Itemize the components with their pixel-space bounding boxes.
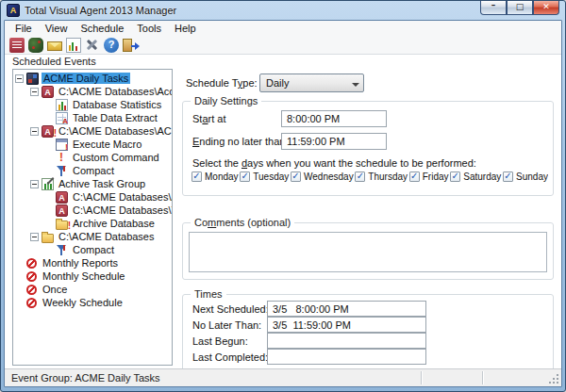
day-checkbox-thursday[interactable]: Thursday — [355, 172, 408, 182]
tree-item-monthly-reports[interactable]: Monthly Reports — [13, 256, 172, 270]
tree-item-label: ACME Daily Tasks — [42, 73, 130, 84]
tree-item-folder[interactable]: C:\ACME Databases — [13, 230, 172, 243]
checkbox-checked-icon[interactable] — [191, 172, 202, 182]
comments-legend: Comments (optional) — [191, 217, 294, 228]
tree-expander[interactable] — [30, 88, 39, 96]
start-at-input[interactable] — [281, 110, 387, 127]
resize-grip[interactable] — [549, 374, 558, 384]
minimize-button[interactable]: – — [480, 1, 507, 15]
comments-input[interactable] — [189, 232, 547, 272]
tree-expander[interactable] — [15, 74, 24, 83]
tree-item-label: C:\ACME Databases — [57, 231, 156, 242]
day-checkbox-tuesday[interactable]: Tuesday — [240, 172, 289, 182]
access-database-icon — [42, 86, 54, 98]
tree-item-database[interactable]: C:\ACME Databases\Account — [13, 85, 172, 98]
statistics-icon[interactable] — [66, 38, 81, 53]
tree-item-label: Once — [41, 284, 69, 295]
next-scheduled-label: Next Scheduled: — [192, 303, 269, 315]
tree-item-custom-command[interactable]: Custom Command — [13, 151, 172, 164]
status-panel-divider — [482, 371, 483, 384]
last-completed-value — [267, 349, 426, 365]
label-text: Schedule T — [186, 77, 238, 89]
checkbox-checked-icon[interactable] — [291, 172, 301, 182]
tree-item-database[interactable]: C:\ACME Databases\Time — [13, 204, 172, 217]
day-checkbox-sunday[interactable]: Sunday — [503, 172, 548, 182]
tree-expander[interactable] — [30, 127, 39, 136]
menu-schedule[interactable]: Schedule — [74, 22, 130, 35]
checkbox-checked-icon[interactable] — [240, 172, 250, 182]
start-at-label: Start at — [192, 113, 225, 124]
tools-icon[interactable] — [85, 38, 100, 53]
times-legend: Times — [191, 288, 226, 300]
event-groups-icon[interactable] — [28, 38, 43, 53]
archive-task-group-icon — [42, 178, 54, 190]
tree-item-label: Execute Macro — [71, 139, 143, 150]
exclamation-icon — [56, 152, 68, 164]
titlebar[interactable]: Total Visual Agent 2013 Manager – □ ✕ — [1, 1, 565, 20]
scheduled-events-tree[interactable]: ACME Daily Tasks C:\ACME Databases\Accou… — [12, 69, 173, 366]
days-checkbox-row: Monday Tuesday Wednesday Thursday Friday… — [191, 172, 548, 182]
menu-bar: File View Schedule Tools Help — [5, 21, 561, 36]
access-database-alert-icon — [42, 125, 54, 138]
no-later-than-label: No Later Than: — [192, 319, 261, 331]
tree-expander[interactable] — [30, 180, 39, 188]
archive-folder-icon — [56, 220, 68, 230]
access-database-icon — [56, 204, 68, 217]
tree-item-acme-daily-tasks[interactable]: ACME Daily Tasks — [13, 72, 172, 85]
times-group: Times Next Scheduled: No Later Than: Las… — [182, 294, 554, 368]
last-completed-label: Last Completed: — [192, 351, 268, 363]
minimize-icon: – — [481, 1, 506, 14]
menu-help[interactable]: Help — [168, 22, 203, 35]
day-checkbox-friday[interactable]: Friday — [409, 172, 449, 182]
day-label: Saturday — [463, 172, 501, 182]
tree-item-compact[interactable]: Compact — [13, 243, 172, 256]
checkbox-checked-icon[interactable] — [450, 172, 460, 182]
tree-expander[interactable] — [30, 233, 39, 241]
tree-item-database[interactable]: C:\ACME Databases\Acco — [13, 190, 172, 204]
day-checkbox-monday[interactable]: Monday — [191, 172, 239, 182]
ending-input[interactable] — [281, 133, 387, 150]
last-begun-value — [267, 333, 426, 349]
tree-item-table-data-extract[interactable]: Table Data Extract — [13, 111, 172, 124]
checkbox-checked-icon[interactable] — [355, 172, 365, 182]
access-report-icon[interactable] — [9, 38, 25, 53]
label-text: Co — [194, 217, 208, 228]
tree-item-label: C:\ACME Databases\Time — [71, 204, 173, 216]
tree-item-compact[interactable]: Compact — [13, 164, 172, 177]
exit-icon[interactable] — [123, 39, 132, 52]
table-extract-icon — [56, 112, 68, 124]
tree-item-weekly-schedule[interactable]: Weekly Schedule — [13, 296, 172, 309]
maximize-button[interactable]: □ — [507, 1, 533, 15]
menu-view[interactable]: View — [39, 22, 75, 35]
tree-item-label: Table Data Extract — [71, 112, 159, 123]
day-checkbox-saturday[interactable]: Saturday — [450, 172, 501, 182]
label-text: St — [192, 113, 202, 124]
disabled-icon — [26, 285, 37, 295]
label-text: pe: — [242, 77, 257, 89]
tree-item-monthly-schedule[interactable]: Monthly Schedule — [13, 270, 172, 283]
tree-item-once[interactable]: Once — [13, 283, 172, 296]
status-panel-divider — [421, 371, 422, 384]
checkbox-checked-icon[interactable] — [503, 172, 513, 182]
tree-item-label: Compact — [71, 165, 116, 176]
tree-item-database-statistics[interactable]: Database Statistics — [13, 98, 172, 111]
tree-item-database[interactable]: C:\ACME Databases\ACME Wa — [13, 124, 172, 138]
close-icon: ✕ — [534, 1, 558, 14]
tree-item-archive-database[interactable]: Archive Database — [13, 217, 172, 230]
maximize-icon: □ — [508, 1, 532, 14]
menu-tools[interactable]: Tools — [130, 22, 168, 35]
help-icon[interactable] — [104, 38, 119, 53]
checkbox-checked-icon[interactable] — [409, 172, 420, 182]
schedule-type-select[interactable]: Daily — [259, 74, 364, 92]
app-icon — [7, 4, 20, 17]
tree-item-execute-macro[interactable]: Execute Macro — [13, 138, 172, 151]
tree-item-label: Database Statistics — [71, 99, 163, 110]
ending-label: Ending no later than — [192, 136, 285, 147]
tree-item-achive-task-group[interactable]: Achive Task Group — [13, 177, 172, 190]
close-button[interactable]: ✕ — [533, 1, 559, 15]
chevron-down-icon[interactable] — [348, 77, 363, 89]
mail-icon[interactable] — [47, 41, 62, 51]
menu-file[interactable]: File — [8, 22, 39, 35]
day-checkbox-wednesday[interactable]: Wednesday — [291, 172, 354, 182]
disabled-icon — [26, 271, 37, 282]
